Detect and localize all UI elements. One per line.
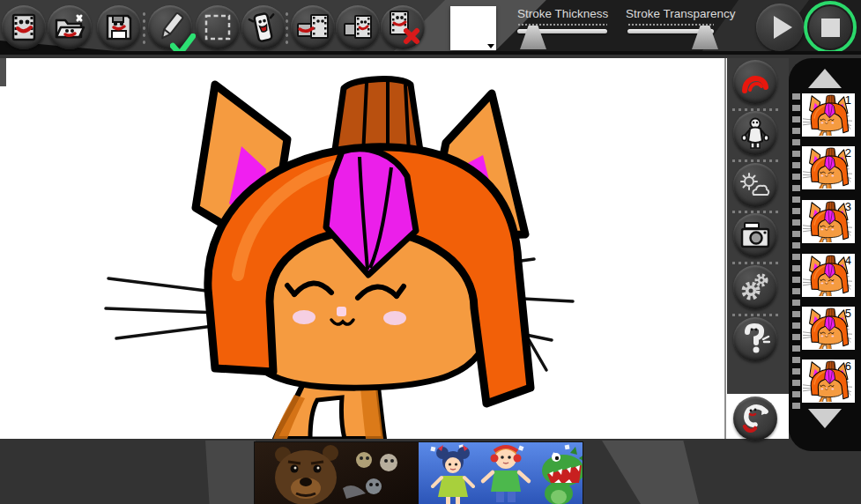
open-folder-face-icon	[54, 12, 85, 42]
undo-button[interactable]	[733, 397, 777, 441]
stroke-transparency-label: Stroke Transparency	[626, 7, 736, 20]
help-button[interactable]	[733, 317, 777, 361]
frames-scroll-down-button[interactable]	[808, 409, 842, 428]
frame-thumbnail-1[interactable]: 1	[802, 93, 855, 137]
film-frames-icon	[342, 13, 374, 41]
open-button[interactable]	[48, 5, 92, 49]
stop-icon	[821, 19, 840, 37]
gears-icon	[740, 272, 770, 302]
frame-thumbnail-3[interactable]: 3	[802, 200, 855, 243]
animation-app: Stroke Thickness Stroke Transparency	[0, 0, 861, 504]
active-tool-checkmark-icon	[170, 33, 196, 55]
select-tool-button[interactable]	[196, 5, 240, 49]
photo-button[interactable]	[733, 213, 777, 257]
undo-arrow-face-icon	[739, 403, 771, 434]
frame-number: 3	[845, 201, 851, 213]
film-frame-delete-icon	[385, 10, 420, 45]
settings-button[interactable]	[733, 265, 777, 309]
play-icon	[774, 16, 792, 39]
frame-number: 4	[845, 255, 851, 267]
delete-frame-button[interactable]	[381, 5, 425, 49]
frame-number: 6	[845, 360, 851, 373]
frame-number: 5	[845, 308, 851, 320]
toolbar-separator	[142, 11, 146, 46]
frame-thumbnail-4[interactable]: 4	[802, 254, 855, 297]
copy-frame-button[interactable]	[291, 5, 335, 49]
eraser-face-icon	[248, 11, 279, 44]
stroke-preview-button[interactable]	[733, 60, 777, 104]
film-reel-face-icon	[9, 12, 39, 42]
frames-scroll-up-button[interactable]	[808, 69, 842, 88]
movies-button[interactable]	[2, 5, 46, 49]
person-icon	[741, 117, 769, 149]
frames-panel: 1 2 3 4 5 6	[789, 58, 861, 451]
swatch-dropdown-icon	[486, 42, 496, 50]
save-button[interactable]	[97, 5, 141, 49]
cat-drawing	[7, 58, 724, 439]
stop-active-ring	[804, 1, 857, 54]
sun-cloud-icon	[739, 172, 771, 198]
ad-banner-image	[255, 442, 583, 504]
top-toolbar: Stroke Thickness Stroke Transparency	[0, 0, 861, 55]
frame-thumbnail-2[interactable]: 2	[802, 146, 855, 189]
camera-icon	[739, 221, 771, 249]
floppy-disk-face-icon	[104, 12, 134, 42]
stop-button[interactable]	[809, 6, 851, 48]
frame-thumbnail-5[interactable]: 5	[802, 307, 855, 350]
red-arc-icon	[741, 69, 769, 95]
canvas-right-edge	[724, 58, 726, 439]
question-mark-icon	[740, 323, 770, 355]
drawing-canvas[interactable]	[0, 58, 789, 439]
selection-rectangle-icon	[204, 13, 232, 41]
characters-button[interactable]	[733, 111, 777, 155]
stroke-thickness-label: Stroke Thickness	[517, 7, 608, 20]
play-button[interactable]	[756, 4, 804, 51]
ad-banner[interactable]	[255, 442, 583, 504]
frame-thumbnail-6[interactable]: 6	[802, 359, 855, 403]
frame-number: 2	[845, 147, 851, 159]
background-wedge	[205, 441, 256, 504]
frame-number: 1	[845, 94, 851, 107]
film-sprocket-holes	[792, 93, 800, 411]
insert-frame-button[interactable]	[336, 5, 380, 49]
canvas-corner-tab	[0, 58, 6, 86]
color-swatch-button[interactable]	[450, 6, 496, 50]
scenery-button[interactable]	[733, 163, 777, 207]
background-wedge	[602, 441, 699, 504]
film-frames-copy-icon	[296, 12, 330, 42]
eraser-tool-button[interactable]	[241, 5, 286, 49]
